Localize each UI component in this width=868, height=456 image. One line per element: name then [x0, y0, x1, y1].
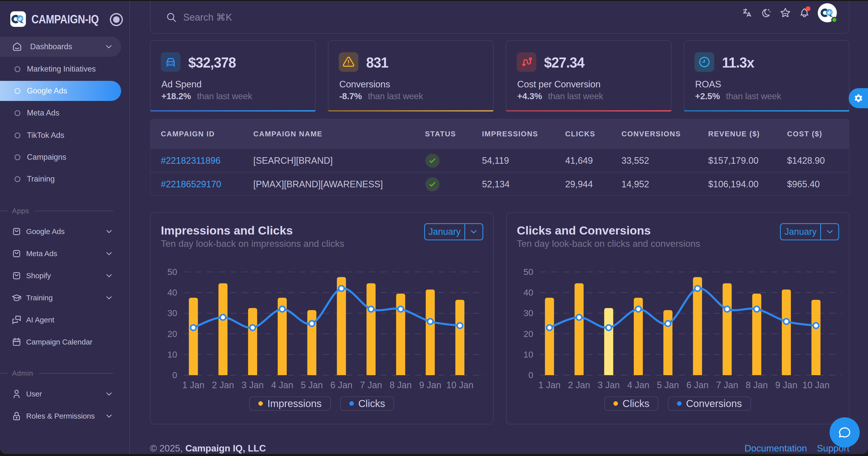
svg-text:3 Jan: 3 Jan	[242, 380, 264, 390]
svg-text:8 Jan: 8 Jan	[390, 380, 412, 390]
svg-text:20: 20	[167, 329, 177, 339]
svg-text:7 Jan: 7 Jan	[360, 380, 382, 390]
svg-text:30: 30	[167, 308, 177, 318]
svg-text:6 Jan: 6 Jan	[686, 380, 708, 390]
svg-text:10 Jan: 10 Jan	[446, 380, 473, 390]
svg-text:40: 40	[167, 288, 177, 297]
svg-text:8 Jan: 8 Jan	[746, 380, 768, 390]
svg-text:0: 0	[173, 370, 177, 380]
svg-text:10: 10	[524, 350, 533, 359]
svg-text:7 Jan: 7 Jan	[716, 380, 738, 390]
svg-text:20: 20	[524, 329, 533, 339]
svg-text:4 Jan: 4 Jan	[271, 380, 293, 390]
svg-text:5 Jan: 5 Jan	[657, 380, 679, 390]
svg-text:30: 30	[524, 308, 533, 318]
svg-text:2 Jan: 2 Jan	[568, 380, 590, 390]
svg-text:1 Jan: 1 Jan	[538, 380, 560, 390]
svg-text:5 Jan: 5 Jan	[301, 380, 323, 390]
svg-text:9 Jan: 9 Jan	[775, 380, 797, 390]
svg-text:10: 10	[167, 350, 177, 359]
svg-text:50: 50	[524, 267, 533, 277]
svg-text:4 Jan: 4 Jan	[627, 380, 649, 390]
svg-text:50: 50	[167, 267, 177, 277]
svg-text:1 Jan: 1 Jan	[182, 380, 204, 390]
svg-text:2 Jan: 2 Jan	[212, 380, 234, 390]
svg-text:9 Jan: 9 Jan	[419, 380, 441, 390]
svg-text:10 Jan: 10 Jan	[802, 380, 829, 390]
svg-text:0: 0	[528, 370, 533, 380]
svg-text:6 Jan: 6 Jan	[331, 380, 352, 390]
svg-text:40: 40	[524, 288, 533, 297]
svg-text:3 Jan: 3 Jan	[598, 380, 620, 390]
